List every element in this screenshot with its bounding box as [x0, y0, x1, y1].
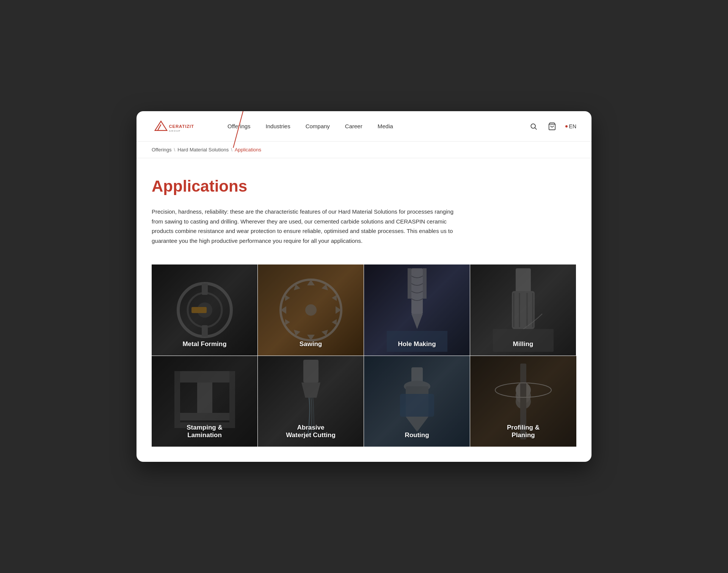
- nav-actions: EN: [528, 121, 576, 132]
- svg-text:GROUP: GROUP: [169, 129, 181, 132]
- card-label-metal-forming: Metal Forming: [152, 333, 257, 356]
- breadcrumb-sep-1: \: [174, 147, 176, 153]
- card-label-hole-making: Hole Making: [364, 333, 470, 356]
- breadcrumb: Offerings \ Hard Material Solutions \ Ap…: [136, 142, 592, 158]
- page-title: Applications: [152, 177, 576, 195]
- nav-company[interactable]: Company: [306, 123, 330, 129]
- navbar: CERATIZIT GROUP Offerings Industries Com…: [136, 111, 592, 142]
- card-label-stamping: Stamping & Lamination: [152, 416, 257, 447]
- app-card-routing[interactable]: Routing: [364, 356, 470, 447]
- nav-career[interactable]: Career: [345, 123, 362, 129]
- card-label-abrasive: Abrasive Waterjet Cutting: [258, 416, 364, 447]
- search-icon: [530, 123, 537, 130]
- nav-industries[interactable]: Industries: [266, 123, 290, 129]
- nav-links: Offerings Industries Company Career Medi…: [228, 123, 528, 129]
- svg-line-5: [535, 128, 537, 129]
- language-button[interactable]: EN: [565, 123, 576, 129]
- breadcrumb-hard-material[interactable]: Hard Material Solutions: [177, 147, 229, 153]
- svg-marker-0: [155, 121, 167, 131]
- svg-point-4: [531, 124, 535, 128]
- search-button[interactable]: [528, 121, 539, 132]
- card-label-profiling: Profiling & Planing: [470, 416, 576, 447]
- card-label-routing: Routing: [364, 424, 470, 447]
- app-card-metal-forming[interactable]: Metal Forming: [152, 264, 258, 356]
- app-card-stamping[interactable]: Stamping & Lamination: [152, 356, 258, 447]
- cart-button[interactable]: [546, 121, 558, 132]
- lang-dot: [565, 125, 568, 128]
- card-label-sawing: Sawing: [258, 333, 364, 356]
- app-card-hole-making[interactable]: Hole Making: [364, 264, 470, 356]
- breadcrumb-offerings[interactable]: Offerings: [152, 147, 172, 153]
- breadcrumb-sep-2: \: [231, 147, 232, 153]
- logo[interactable]: CERATIZIT GROUP: [152, 118, 205, 135]
- breadcrumb-applications: Applications: [235, 147, 261, 153]
- browser-window: CERATIZIT GROUP Offerings Industries Com…: [136, 111, 592, 462]
- main-content: Applications Precision, hardness, reliab…: [136, 158, 592, 462]
- svg-text:CERATIZIT: CERATIZIT: [169, 124, 194, 129]
- applications-grid: Metal Forming: [152, 264, 576, 447]
- app-card-profiling[interactable]: Profiling & Planing: [470, 356, 576, 447]
- cart-icon: [548, 122, 556, 131]
- nav-media[interactable]: Media: [378, 123, 393, 129]
- app-card-milling[interactable]: Milling: [470, 264, 576, 356]
- lang-label: EN: [569, 123, 576, 129]
- app-card-sawing[interactable]: Sawing: [258, 264, 364, 356]
- app-card-abrasive[interactable]: Abrasive Waterjet Cutting: [258, 356, 364, 447]
- page-description: Precision, hardness, reliability: these …: [152, 207, 463, 246]
- card-label-milling: Milling: [470, 333, 576, 356]
